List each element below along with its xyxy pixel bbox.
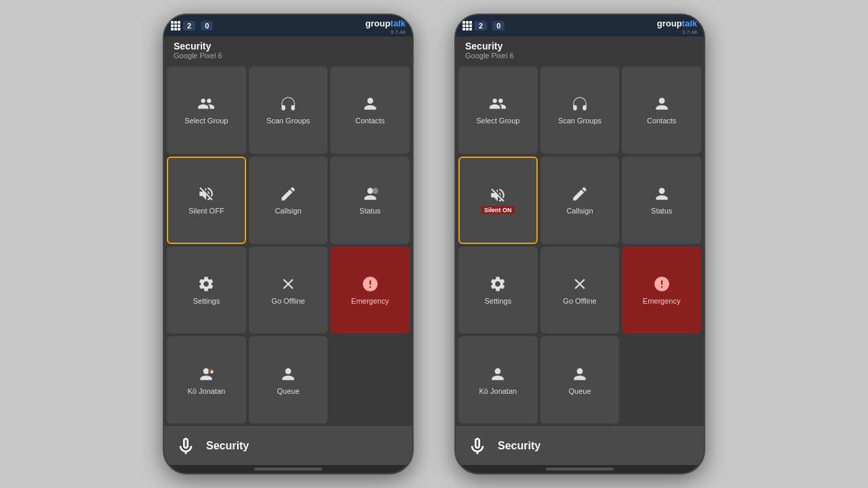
grid-icon [171,21,180,30]
ko-jonatan-label-right: Kö Jonatan [479,387,517,395]
phone-indicator-right [546,468,614,470]
silent-on-badge: Silent ON [481,206,515,214]
device-name-left: Security [174,41,403,52]
status-num-msgs: 0 [201,21,213,30]
mic-icon-left [175,434,197,458]
settings-label-right: Settings [484,297,511,305]
queue-label-right: Queue [568,387,591,395]
contacts-label-right: Contacts [647,117,676,125]
callsign-btn-right[interactable]: Callsign [540,157,620,244]
status-label-right: Status [651,207,672,215]
silent-label-left: Silent OFF [189,207,224,215]
select-group-btn-right[interactable]: Select Group [458,66,538,154]
button-grid-right: Select Group Scan Groups Contacts Silent… [456,64,704,426]
status-bar-left: 2 0 grouptalk 3.7.48 [164,15,412,37]
contacts-btn-left[interactable]: Contacts [330,66,410,154]
headphones-icon [279,95,297,113]
scan-groups-btn-right[interactable]: Scan Groups [540,66,620,154]
go-offline-btn-left[interactable]: Go Offline [249,247,328,334]
emergency-bell-icon [361,275,379,293]
contacts-icon [361,95,379,113]
phone-indicator-left [254,468,322,470]
queue-icon [279,365,297,383]
status-nums: 2 0 [183,21,213,30]
grouptalk-logo: grouptalk 3.7.48 [366,17,406,35]
volume-off-icon [197,185,215,203]
status-person-icon-right [653,185,671,203]
settings-label-left: Settings [193,297,220,305]
empty-cell-left [330,336,410,424]
go-offline-label-left: Go Offline [271,297,304,305]
svg-text:⏰: ⏰ [210,369,214,374]
contacts-btn-right[interactable]: Contacts [622,66,701,154]
callsign-icon-right [571,185,589,203]
callsign-btn-left[interactable]: Callsign [249,157,328,244]
status-person-icon [361,185,379,203]
select-group-label-right: Select Group [476,117,519,125]
emergency-bell-icon-right [653,275,671,293]
phone-left: 2 0 grouptalk 3.7.48 Security Google Pix… [163,14,414,474]
silent-btn-left[interactable]: Silent OFF [167,157,246,244]
queue-label-left: Queue [277,387,299,395]
status-nums-right: 2 0 [475,21,505,30]
callsign-label-left: Callsign [275,207,301,215]
scan-groups-btn-left[interactable]: Scan Groups [249,66,328,154]
group-icon-right [489,95,507,113]
headphones-icon-right [571,95,589,113]
close-icon-right [571,275,589,293]
svg-point-0 [372,188,378,194]
queue-btn-right[interactable]: Queue [540,336,620,424]
emergency-label-left: Emergency [351,297,389,305]
ko-jonatan-label-left: Kö Jonatan [188,387,226,395]
status-bar-right: 2 0 grouptalk 3.7.48 [456,15,704,37]
status-num-msgs-right: 0 [492,21,505,30]
status-bar-right-section: 2 0 [462,21,505,30]
device-model-right: Google Pixel 6 [465,52,694,60]
logo-version-right: 3.7.48 [657,29,697,35]
person-clock-icon: ⏰ [197,365,215,383]
status-btn-left[interactable]: Status [330,157,410,244]
phone-right: 2 0 grouptalk 3.7.48 Security Google Pix… [454,14,705,474]
settings-icon-right [489,275,507,293]
person-clock-icon-right [489,365,507,383]
silent-on-btn-right[interactable]: Silent ON [458,157,538,244]
settings-icon [197,275,215,293]
bottom-label-left: Security [206,440,249,452]
grid-icon-right [462,21,472,30]
status-bar-left-section: 2 0 [171,21,213,30]
emergency-btn-right[interactable]: Emergency [622,247,701,334]
scan-groups-label-right: Scan Groups [558,117,601,125]
volume-off-icon-right [489,186,507,204]
close-icon [279,275,297,293]
device-header-right: Security Google Pixel 6 [456,37,704,64]
status-num-calls: 2 [183,21,195,30]
empty-cell-right [622,336,701,424]
logo-version: 3.7.48 [366,29,406,35]
scan-groups-label-left: Scan Groups [267,117,310,125]
bottom-bar-right[interactable]: Security [456,426,704,465]
mic-icon-right [467,434,488,458]
emergency-label-right: Emergency [643,297,681,305]
ko-jonatan-btn-left[interactable]: ⏰ Kö Jonatan [167,336,246,424]
group-icon [197,95,215,113]
select-group-btn-left[interactable]: Select Group [167,66,246,154]
settings-btn-right[interactable]: Settings [458,247,538,334]
bottom-bar-left[interactable]: Security [164,426,412,465]
button-grid-left: Select Group Scan Groups Contacts Silent… [164,64,412,426]
go-offline-btn-right[interactable]: Go Offline [540,247,620,334]
settings-btn-left[interactable]: Settings [167,247,246,334]
callsign-icon [279,185,297,203]
status-btn-right[interactable]: Status [622,157,701,244]
ko-jonatan-btn-right[interactable]: Kö Jonatan [458,336,538,424]
emergency-btn-left[interactable]: Emergency [330,247,410,334]
bottom-label-right: Security [498,440,540,452]
queue-icon-right [571,365,589,383]
callsign-label-right: Callsign [566,207,593,215]
status-num-calls-right: 2 [475,21,487,30]
queue-btn-left[interactable]: Queue [249,336,328,424]
select-group-label-left: Select Group [184,117,228,125]
contacts-label-left: Contacts [355,117,384,125]
go-offline-label-right: Go Offline [563,297,596,305]
contacts-icon-right [653,95,671,113]
device-model-left: Google Pixel 6 [174,52,403,60]
